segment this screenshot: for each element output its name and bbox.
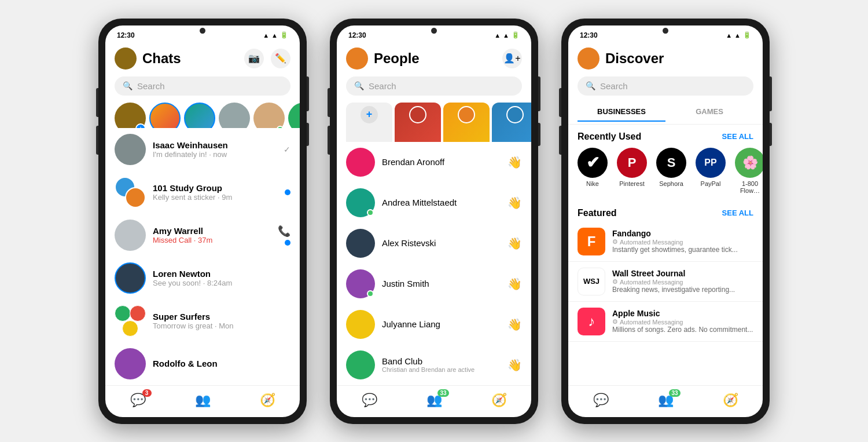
add-person-button[interactable]: 👤+ (502, 49, 522, 68)
story-item-5[interactable] (288, 103, 300, 123)
nav-discover-discover[interactable]: 🧭 (711, 390, 750, 410)
ru-item-sephora[interactable]: S Sephora (656, 148, 686, 194)
people-search-bar[interactable]: 🔍 Search (346, 76, 522, 96)
nav-discover-chats[interactable]: 🧭 (248, 390, 287, 410)
nav-people-people[interactable]: 👥 33 (415, 390, 454, 410)
featured-item-apple-music[interactable]: ♪ Apple Music ⚙ Automated Messaging Mill… (568, 302, 763, 342)
nike-label: Nike (586, 180, 599, 187)
recently-used-row: ✔ Nike P Pinterest S Sephora PP PayPal 🌸 (568, 145, 763, 201)
story-card-avatar-loredana (458, 106, 475, 123)
chats-search-bar[interactable]: 🔍 Search (115, 76, 290, 96)
chat-item-surfers[interactable]: Super Surfers Tomorrow is great · Mon (105, 299, 300, 342)
nav-people-badge-d: 33 (669, 389, 680, 397)
edit-button[interactable]: ✏️ (271, 49, 290, 68)
camera-button[interactable]: 📷 (244, 49, 264, 68)
search-icon-people: 🔍 (354, 81, 364, 90)
recently-used-see-all[interactable]: SEE ALL (722, 132, 753, 141)
user-avatar-people[interactable] (346, 48, 368, 70)
chat-info-rodolfo: Rodolfo & Leon (153, 359, 290, 368)
chat-meta-isaac: ✓ (284, 145, 290, 154)
time-chats: 12:30 (117, 31, 135, 39)
battery-icon: 🔋 (280, 31, 288, 39)
ru-item-flowers[interactable]: 🌸 1-800 Flow… (735, 148, 763, 194)
story-card-jean[interactable]: Jean-M Denis (492, 103, 531, 142)
chat-name-rodolfo: Rodolfo & Leon (153, 359, 290, 368)
featured-item-wsj[interactable]: WSJ Wall Street Journal ⚙ Automated Mess… (568, 262, 763, 302)
chat-item-loren[interactable]: Loren Newton See you soon! · 8:24am (105, 257, 300, 299)
wave-icon-brendan[interactable]: 👋 (507, 155, 522, 169)
discover-nav-icon-d: 🧭 (723, 393, 738, 408)
people-item-bandclub[interactable]: Band Club Christian and Brendan are acti… (337, 345, 531, 385)
nav-chat-badge: 3 (142, 389, 152, 397)
chat-item-rodolfo[interactable]: Rodolfo & Leon (105, 342, 300, 385)
wave-icon-alex[interactable]: 👋 (507, 236, 522, 250)
tab-games[interactable]: GAMES (665, 103, 753, 122)
people-item-brendan[interactable]: Brendan Aronoff 👋 (337, 142, 531, 182)
nav-people-discover[interactable]: 👥 33 (646, 390, 685, 410)
people-item-justin[interactable]: Justin Smith 👋 (337, 264, 531, 304)
nav-discover-people[interactable]: 🧭 (480, 390, 518, 410)
chat-meta-study (285, 189, 290, 195)
featured-see-all[interactable]: SEE ALL (722, 209, 753, 217)
wsj-name: Wall Street Journal (612, 269, 753, 278)
story-card-mia[interactable]: Mia Reynolds (395, 103, 441, 142)
flowers-label: 1-800 Flow… (735, 180, 763, 194)
tab-businesses[interactable]: BUSINESSES (578, 103, 665, 122)
fandango-type: ⚙ Automated Messaging (612, 238, 753, 246)
people-search-placeholder: Search (369, 81, 396, 91)
chat-preview-isaac: I'm definately in! · now (153, 150, 277, 159)
nav-chat-discover[interactable]: 💬 (582, 390, 620, 410)
story-add-item[interactable]: + (115, 103, 146, 123)
time-people: 12:30 (348, 31, 366, 39)
chat-preview-amy: Missed Call · 37m (153, 236, 271, 244)
nike-logo: ✔ (578, 148, 608, 178)
story-card-add-btn[interactable]: + (361, 106, 378, 123)
chat-item-isaac[interactable]: Isaac Weinhausen I'm definately in! · no… (105, 128, 300, 171)
phone-people: 12:30 ▲ ▲ 🔋 People 👤+ 🔍 (330, 19, 538, 424)
chat-item-amy[interactable]: Amy Warrell Missed Call · 37m 📞 (105, 214, 300, 257)
nav-chat-people[interactable]: 💬 (350, 390, 389, 410)
story-card-loredana[interactable]: Loredana Crisan (443, 103, 490, 142)
story-card-avatar-jean (506, 106, 524, 123)
story-item-2[interactable] (184, 103, 215, 123)
wave-icon-andrea[interactable]: 👋 (507, 196, 522, 210)
people-item-alex[interactable]: Alex Ristevski 👋 (337, 223, 531, 264)
chat-name-loren: Loren Newton (153, 269, 290, 279)
chat-info-study: 101 Study Group Kelly sent a sticker · 9… (153, 183, 278, 202)
people-avatar-bandclub (346, 350, 375, 379)
nav-chat-chats[interactable]: 💬 3 (119, 390, 157, 410)
story-item-1[interactable] (149, 103, 181, 123)
chat-avatar-loren (115, 262, 146, 294)
chat-item-study[interactable]: 101 Study Group Kelly sent a sticker · 9… (105, 171, 300, 214)
time-discover: 12:30 (580, 31, 598, 39)
chat-name-study: 101 Study Group (153, 183, 278, 193)
user-avatar-chats[interactable] (115, 48, 137, 70)
wave-icon-julyanne[interactable]: 👋 (507, 317, 522, 331)
people-preview-bandclub: Christian and Brendan are active (382, 366, 501, 373)
story-item-3[interactable] (219, 103, 250, 123)
story-avatar-1 (149, 103, 181, 128)
ru-item-pinterest[interactable]: P Pinterest (617, 148, 647, 194)
paypal-logo: PP (696, 148, 726, 178)
featured-item-fandango[interactable]: F Fandango ⚙ Automated Messaging Instant… (568, 222, 763, 262)
status-icons-discover: ▲ ▲ 🔋 (726, 31, 751, 39)
wsj-desc: Breaking news, investigative reporting..… (612, 286, 753, 294)
story-cards-row: + My Story Mia Reynolds Loredana Crisan … (337, 100, 531, 142)
story-card-my[interactable]: + My Story (346, 103, 392, 142)
ru-item-paypal[interactable]: PP PayPal (696, 148, 726, 194)
wave-icon-justin[interactable]: 👋 (507, 277, 522, 291)
people-item-andrea[interactable]: Andrea Mittelstaedt 👋 (337, 182, 531, 223)
people-name-justin: Justin Smith (382, 279, 501, 288)
story-item-4[interactable] (253, 103, 285, 123)
featured-title: Featured (578, 208, 617, 218)
discover-search-bar[interactable]: 🔍 Search (578, 76, 753, 96)
nav-people-badge: 33 (437, 389, 448, 397)
user-avatar-discover[interactable] (578, 48, 599, 70)
people-item-julyanne[interactable]: Julyanne Liang 👋 (337, 304, 531, 345)
nav-people-chats[interactable]: 👥 (183, 390, 222, 410)
wave-icon-bandclub[interactable]: 👋 (507, 358, 522, 372)
people-header: People 👤+ (337, 43, 531, 74)
discover-nav-icon-p: 🧭 (491, 393, 507, 408)
ru-item-nike[interactable]: ✔ Nike (578, 148, 608, 194)
chat-avatar-surfers (115, 305, 146, 337)
